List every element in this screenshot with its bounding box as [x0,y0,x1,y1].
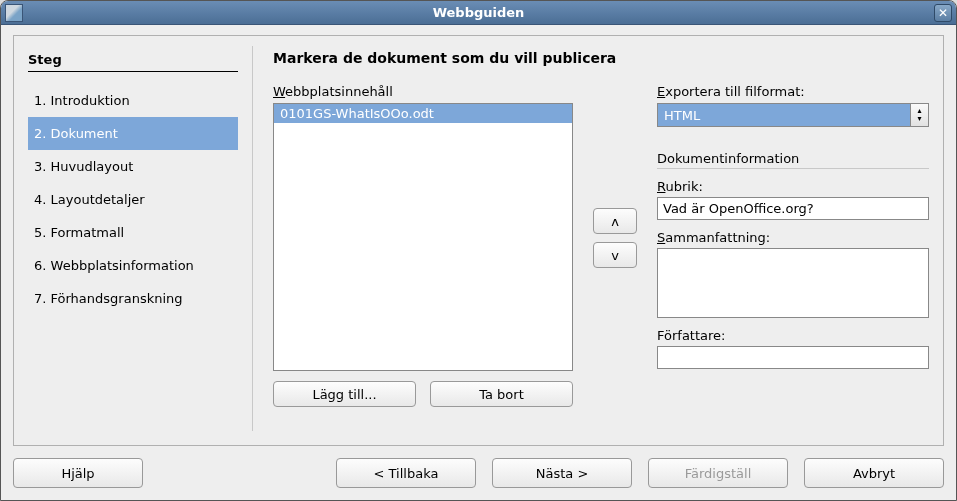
wizard-window: Webbguiden ✕ Steg 1. Introduktion 2. Dok… [0,0,957,501]
steps-heading: Steg [28,52,238,67]
step-style[interactable]: 5. Formatmall [28,216,238,249]
document-listbox[interactable]: 0101GS-WhatIsOOo.odt [273,103,573,371]
window-title: Webbguiden [1,5,956,20]
col-details: Exportera till filformat: HTML ▴ ▾ Dokum… [657,84,929,407]
chevron-up-icon: ʌ [611,214,619,229]
content-columns: Webbplatsinnehåll 0101GS-WhatIsOOo.odt L… [273,84,929,407]
move-up-button[interactable]: ʌ [593,208,637,234]
col-documents: Webbplatsinnehåll 0101GS-WhatIsOOo.odt L… [273,84,573,407]
select-spinner[interactable]: ▴ ▾ [910,104,928,126]
step-layout-details[interactable]: 4. Layoutdetaljer [28,183,238,216]
window-body: Steg 1. Introduktion 2. Dokument 3. Huvu… [1,25,956,500]
summary-textarea[interactable] [657,248,929,318]
list-buttons: Lägg till... Ta bort [273,381,573,407]
cancel-button[interactable]: Avbryt [804,458,944,488]
main-panel: Steg 1. Introduktion 2. Dokument 3. Huvu… [13,35,944,446]
author-input[interactable] [657,346,929,369]
move-down-button[interactable]: v [593,242,637,268]
back-button[interactable]: < Tillbaka [336,458,476,488]
chevron-down-icon: v [611,248,619,263]
author-label: Författare: [657,328,929,343]
app-icon [5,4,23,22]
summary-label: Sammanfattning: [657,230,929,245]
finish-button[interactable]: Färdigställ [648,458,788,488]
content-panel: Markera de dokument som du vill publicer… [253,46,929,431]
close-icon: ✕ [938,7,948,19]
export-format-select[interactable]: HTML ▴ ▾ [657,103,929,127]
steps-divider [28,71,238,72]
help-button[interactable]: Hjälp [13,458,143,488]
list-item[interactable]: 0101GS-WhatIsOOo.odt [274,104,572,123]
step-site-info[interactable]: 6. Webbplatsinformation [28,249,238,282]
page-heading: Markera de dokument som du vill publicer… [273,50,929,66]
rubrik-label: Rubrik: [657,179,929,194]
export-format-value: HTML [658,104,910,126]
chevron-down-icon: ▾ [917,115,921,123]
step-main-layout[interactable]: 3. Huvudlayout [28,150,238,183]
add-button[interactable]: Lägg till... [273,381,416,407]
rubrik-input[interactable] [657,197,929,220]
export-label: Exportera till filformat: [657,84,929,99]
step-introduction[interactable]: 1. Introduktion [28,84,238,117]
next-button[interactable]: Nästa > [492,458,632,488]
list-label: Webbplatsinnehåll [273,84,573,99]
close-button[interactable]: ✕ [934,4,952,22]
step-preview[interactable]: 7. Förhandsgranskning [28,282,238,315]
col-reorder: ʌ v [591,84,639,407]
docinfo-heading: Dokumentinformation [657,151,929,169]
step-documents[interactable]: 2. Dokument [28,117,238,150]
footer: Hjälp < Tillbaka Nästa > Färdigställ Avb… [13,446,944,488]
steps-sidebar: Steg 1. Introduktion 2. Dokument 3. Huvu… [28,46,253,431]
remove-button[interactable]: Ta bort [430,381,573,407]
titlebar: Webbguiden ✕ [1,1,956,25]
